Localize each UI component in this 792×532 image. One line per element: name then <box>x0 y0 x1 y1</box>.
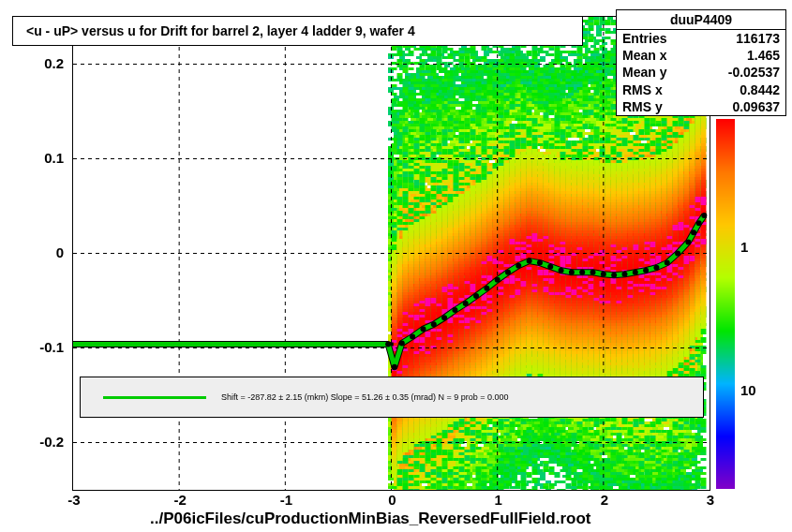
fit-legend-text: Shift = -287.82 ± 2.15 (mkm) Slope = 51.… <box>221 392 509 402</box>
stats-label: Mean x <box>622 47 666 64</box>
x-tick: 3 <box>701 492 720 508</box>
svg-point-35 <box>633 270 638 275</box>
x-tick: -2 <box>171 492 189 508</box>
stats-meany: Mean y -0.02537 <box>617 64 785 81</box>
svg-point-40 <box>685 239 691 244</box>
svg-point-27 <box>547 264 553 270</box>
svg-point-34 <box>621 272 627 277</box>
y-tick: 0.2 <box>17 55 64 71</box>
svg-point-24 <box>516 263 521 269</box>
stats-value: -0.02537 <box>728 64 780 81</box>
svg-point-29 <box>569 270 575 275</box>
stats-label: Mean y <box>622 64 666 81</box>
x-tick: -3 <box>65 492 83 508</box>
svg-point-32 <box>601 272 606 277</box>
svg-point-18 <box>452 307 457 313</box>
svg-point-42 <box>696 220 702 226</box>
stats-value: 116173 <box>736 30 780 47</box>
plot-title: <u - uP> versus u for Drift for barrel 2… <box>12 16 583 46</box>
svg-point-19 <box>463 301 469 306</box>
svg-point-20 <box>473 293 479 299</box>
svg-point-21 <box>484 286 489 291</box>
colorbar-tick: 10 <box>740 382 756 398</box>
colorbar-tick: 1 <box>740 239 748 255</box>
plot-area <box>72 16 710 491</box>
stats-label: Entries <box>622 30 666 47</box>
svg-point-41 <box>691 229 696 235</box>
stats-rmsx: RMS x 0.8442 <box>617 81 785 98</box>
svg-point-25 <box>527 259 532 264</box>
svg-point-13 <box>399 340 405 346</box>
svg-point-37 <box>653 265 659 271</box>
y-tick: 0 <box>17 244 64 260</box>
stats-value: 1.465 <box>747 47 780 64</box>
x-tick: 1 <box>489 492 508 508</box>
svg-point-16 <box>431 321 437 327</box>
svg-point-28 <box>559 268 564 273</box>
x-tick: -1 <box>276 492 295 508</box>
svg-point-30 <box>579 270 585 275</box>
x-tick: 2 <box>595 492 614 508</box>
fit-line-sample <box>103 396 206 399</box>
svg-point-38 <box>665 260 670 266</box>
stats-entries: Entries 116173 <box>617 30 785 47</box>
x-tick: 0 <box>383 492 402 508</box>
stats-value: 0.09637 <box>732 98 780 115</box>
stats-meanx: Mean x 1.465 <box>617 47 785 64</box>
svg-point-36 <box>643 268 649 273</box>
svg-point-26 <box>537 260 543 266</box>
y-tick: 0.1 <box>17 150 64 166</box>
svg-point-22 <box>495 277 501 283</box>
svg-point-12 <box>392 364 397 370</box>
svg-point-14 <box>410 333 415 339</box>
overlay-svg <box>73 17 710 490</box>
svg-point-43 <box>701 213 707 218</box>
svg-point-39 <box>675 251 680 257</box>
svg-point-17 <box>441 315 447 320</box>
stats-name: duuP4409 <box>617 10 785 30</box>
colorbar <box>716 119 735 489</box>
x-axis-label: ../P06icFiles/cuProductionMinBias_Revers… <box>150 510 590 528</box>
y-tick: -0.1 <box>17 339 64 355</box>
plot-title-text: <u - uP> versus u for Drift for barrel 2… <box>26 23 415 38</box>
svg-point-15 <box>420 326 426 332</box>
svg-point-31 <box>590 270 596 275</box>
fit-legend: Shift = -287.82 ± 2.15 (mkm) Slope = 51.… <box>80 377 704 418</box>
stats-box: duuP4409 Entries 116173 Mean x 1.465 Mea… <box>616 9 786 116</box>
y-tick: -0.2 <box>17 434 64 450</box>
svg-point-23 <box>505 270 511 275</box>
stats-value: 0.8442 <box>740 81 780 98</box>
svg-point-33 <box>611 273 617 278</box>
svg-point-11 <box>385 341 391 347</box>
stats-rmsy: RMS y 0.09637 <box>617 98 785 115</box>
stats-label: RMS x <box>622 81 663 98</box>
stats-label: RMS y <box>622 98 663 115</box>
